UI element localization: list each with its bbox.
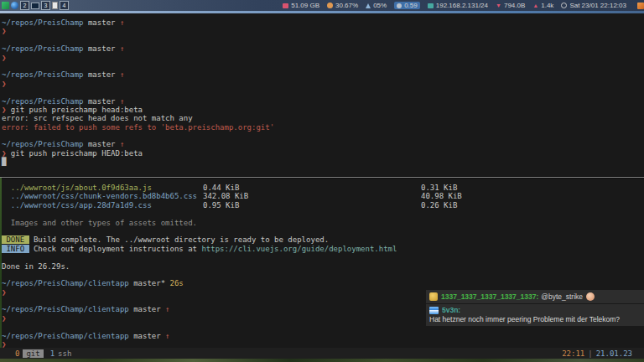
tmux-date: 21.01.23 xyxy=(596,349,632,358)
terminal-text: https://cli.vuejs.org/guide/deployment.h… xyxy=(201,245,397,253)
terminal-text: ~/repos/PreisChamp/clientapp xyxy=(2,305,133,313)
terminal-text: ~/repos/PreisChamp xyxy=(2,140,88,148)
workspace-button-2[interactable]: 2 xyxy=(20,1,29,10)
terminal-text: ❯ xyxy=(2,288,6,297)
terminal-text: INFO xyxy=(2,245,29,253)
terminal-line: ~/repos/PreisChamp master ↑ xyxy=(2,44,644,53)
photo-icon xyxy=(429,307,439,314)
stat-down: ▼794.0B xyxy=(496,2,525,9)
terminal-line xyxy=(2,253,644,261)
terminal-line xyxy=(2,209,644,218)
terminal-text: master xyxy=(88,140,120,148)
tray-icon[interactable] xyxy=(637,3,644,9)
terminal-text: Check out deployment instructions at xyxy=(29,245,202,253)
tmux-time: 22:11 xyxy=(562,349,584,358)
terminal-line: ~/repos/PreisChamp master ↑ xyxy=(2,70,644,79)
terminal-line: ~/repos/PreisChamp master ↑ xyxy=(2,140,644,148)
terminal-text: ❯ xyxy=(2,54,6,62)
wallpaper-bottom-strip xyxy=(0,359,644,362)
terminal-line: █ xyxy=(2,158,644,166)
terminal-text: ../wwwroot/css/chunk-vendors.bd8b4b65.cs… xyxy=(2,192,203,200)
pane-divider[interactable] xyxy=(0,177,644,178)
terminal-text: 342.08 KiB xyxy=(203,192,421,200)
cpu-icon xyxy=(327,3,333,8)
terminal-text: ~/repos/PreisChamp/clientapp xyxy=(2,279,133,287)
down-icon: ▼ xyxy=(496,3,501,8)
terminal-line: DONE Build complete. The ../wwwroot dire… xyxy=(2,235,644,244)
tmux-separator: | xyxy=(588,349,592,358)
notification-mention: @byte_strike xyxy=(541,292,583,301)
stat-value: 30.67% xyxy=(335,2,358,9)
ram-icon xyxy=(283,3,288,8)
terminal-text: 0.31 KiB xyxy=(421,184,457,192)
terminal-line xyxy=(2,132,644,140)
document-icon xyxy=(52,2,58,9)
terminal-text: ❯ xyxy=(2,340,6,348)
notification-toast[interactable]: 5v3n: Hat hetzner noch immer peering Pro… xyxy=(426,304,644,326)
terminal-text: 40.98 KiB xyxy=(421,192,462,200)
notification-username: 5v3n: xyxy=(442,306,460,314)
notification-toast[interactable]: 1337_1337_1337_1337_1337: @byte_strike xyxy=(426,290,644,303)
terminal-text: ↑ xyxy=(120,97,124,106)
terminal-text: ❯ xyxy=(2,27,6,35)
terminal-line: ❯ xyxy=(2,27,644,35)
stat-cpu: 30.67% xyxy=(327,2,358,9)
terminal-text: DONE xyxy=(2,235,29,244)
terminal-text: master xyxy=(88,97,120,106)
terminal-line: error: failed to push some refs to 'beta… xyxy=(2,123,644,132)
launcher-icon[interactable] xyxy=(2,2,9,9)
top-panel: 2 3 4 51.09 GB30.67%05%0.59192.168.2.131… xyxy=(0,0,644,11)
terminal-line: INFO Check out deployment instructions a… xyxy=(2,245,644,253)
terminal-text: ~/repos/PreisChamp xyxy=(2,70,88,79)
terminal-text: master xyxy=(88,70,120,79)
bolt-icon xyxy=(366,3,371,8)
terminal-text: master xyxy=(88,18,120,27)
stat-up: ▲1.4k xyxy=(532,2,553,9)
terminal-line: Images and other types of assets omitted… xyxy=(2,219,644,227)
stat-bolt: 05% xyxy=(366,2,387,9)
terminal-line: ❯ xyxy=(2,340,644,348)
terminal-line: ../wwwroot/js/about.0f9d63aa.js0.44 KiB0… xyxy=(2,184,644,192)
workspace-button-4[interactable]: 4 xyxy=(60,1,69,10)
terminal-text: ❯ xyxy=(2,80,6,88)
terminal-line: ❯ xyxy=(2,54,644,62)
terminal-text: ↑ xyxy=(120,140,124,148)
workspace-button-3[interactable]: 3 xyxy=(41,1,50,10)
workspace-switcher: 2 3 4 xyxy=(0,1,69,10)
terminal-text: ↑ xyxy=(120,44,124,53)
terminal-text: git push preischamp HEAD:beta xyxy=(6,149,143,158)
terminal-line xyxy=(2,271,644,279)
terminal-line: ~/repos/PreisChamp master ↑ xyxy=(2,18,644,27)
terminal-text: ~/repos/PreisChamp/clientapp xyxy=(2,332,133,340)
tmux-window-0-index: 0 xyxy=(15,349,19,358)
terminal-text: ../wwwroot/css/app.28d7a1d9.css xyxy=(2,201,203,209)
tmux-window-ssh[interactable]: ssh xyxy=(58,349,71,358)
monitor-icon xyxy=(31,3,39,9)
terminal-text: 26s xyxy=(170,279,184,287)
notification-bell-icon xyxy=(429,292,438,301)
terminal-line: ❯ xyxy=(2,80,644,88)
stat-value: 192.168.2.131/24 xyxy=(436,2,488,9)
terminal-pane-upper[interactable]: ~/repos/PreisChamp master ↑❯ ~/repos/Pre… xyxy=(0,13,644,181)
stat-value: 1.4k xyxy=(541,2,553,9)
terminal-text: Images and other types of assets omitted… xyxy=(2,219,197,227)
terminal-text: master xyxy=(88,44,120,53)
load-icon xyxy=(397,3,402,8)
stat-load: 0.59 xyxy=(394,2,420,9)
terminal-line: error: src refspec head does not match a… xyxy=(2,114,644,122)
browser-globe-icon[interactable] xyxy=(11,2,18,9)
terminal-text: ↑ xyxy=(165,305,169,313)
terminal-line xyxy=(2,88,644,96)
terminal-text: 0.26 KiB xyxy=(421,201,457,209)
tmux-window-git[interactable]: git xyxy=(23,349,43,358)
terminal-text: ↑ xyxy=(120,18,124,27)
terminal-text: master* xyxy=(133,279,169,287)
terminal-line: ~/repos/PreisChamp/clientapp master ↑ xyxy=(2,332,644,340)
terminal-text: error: failed to push some refs to 'beta… xyxy=(2,123,274,132)
stat-ram: 51.09 GB xyxy=(283,2,319,9)
terminal-line: ../wwwroot/css/app.28d7a1d9.css0.95 KiB0… xyxy=(2,201,644,209)
tmux-window-1-index: 1 xyxy=(50,349,55,358)
terminal-line: ../wwwroot/css/chunk-vendors.bd8b4b65.cs… xyxy=(2,192,644,200)
terminal-text: ~/repos/PreisChamp xyxy=(2,18,88,27)
terminal-text: Done in 26.29s. xyxy=(2,262,70,271)
